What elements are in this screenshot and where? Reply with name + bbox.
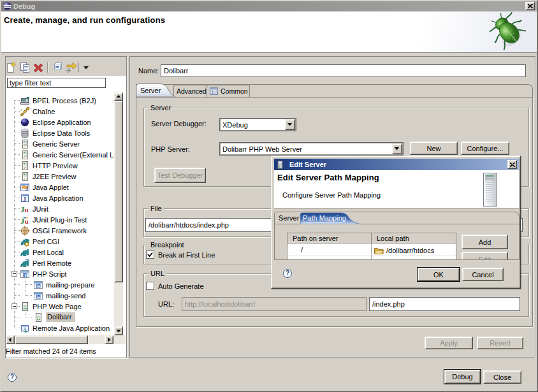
svg-text:P: P	[37, 294, 40, 298]
svg-text:u: u	[25, 205, 29, 213]
svg-text:J: J	[25, 186, 28, 192]
svg-text:J: J	[23, 195, 26, 202]
svg-text:P: P	[24, 272, 27, 277]
svg-text:J: J	[24, 327, 25, 331]
svg-text:P: P	[37, 283, 40, 287]
